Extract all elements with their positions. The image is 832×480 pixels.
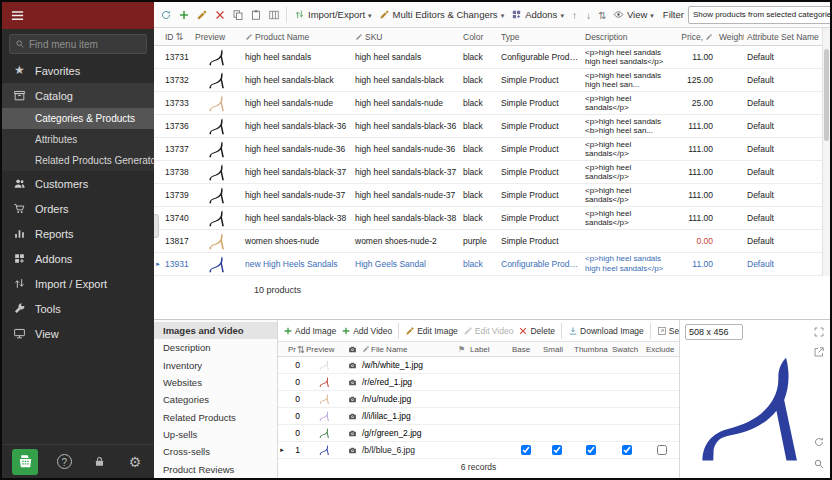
addons-dropdown[interactable]: Addons [508,5,567,25]
column-header-attribute-set[interactable]: Attribute Set Name [744,28,822,45]
tab-images-and-video[interactable]: Images and Video [154,322,277,339]
rotate-icon[interactable] [811,434,827,450]
column-header-thumbnail[interactable]: Thumbna [572,342,610,356]
sidebar-item-attributes[interactable]: Attributes [2,129,154,150]
column-header-flag[interactable] [456,342,468,356]
product-row[interactable]: 13731 high heel sandals high heel sandal… [154,46,822,69]
product-row[interactable]: 13736 high heel sandals-black-36 high he… [154,115,822,138]
tab-product-reviews[interactable]: Product Reviews [154,460,277,477]
refresh-button[interactable] [157,5,174,25]
delete-product-button[interactable] [211,5,228,25]
zoom-icon[interactable] [811,456,827,472]
column-header-preview[interactable]: Preview [304,342,344,356]
download-image-button[interactable]: Download Image [566,322,646,340]
small-checkbox[interactable] [552,445,562,455]
scrollbar-thumb[interactable] [824,49,829,141]
tab-related-products[interactable]: Related Products [154,408,277,425]
sidebar-item-customers[interactable]: Customers [2,171,154,196]
column-header-description[interactable]: Description [582,28,674,45]
column-header-position[interactable]: Pr [286,342,304,356]
set-resize-rule-button[interactable]: Set Resize Rule [655,322,679,340]
sidebar-item-catalog[interactable]: Catalog [2,83,154,108]
add-product-button[interactable] [175,5,192,25]
sidebar-item-orders[interactable]: Orders [2,196,154,221]
column-header-camera[interactable] [344,342,360,356]
sidebar-item-favorites[interactable]: ★ Favorites [2,58,154,83]
paste-button[interactable] [247,5,264,25]
column-header-label[interactable]: Label [468,342,510,356]
sidebar-item-tools[interactable]: Tools [2,296,154,321]
image-row[interactable]: 0 /g/r/green_2.jpg [278,425,679,442]
image-row[interactable]: 0 /r/e/red_1.jpg [278,374,679,391]
tab-cross-sells[interactable]: Cross-sells [154,443,277,460]
product-row[interactable]: 13740 high heel sandals-black-38 high he… [154,207,822,230]
help-icon[interactable] [55,453,73,471]
search-input[interactable] [29,39,141,50]
column-header-swatch[interactable]: Swatch [610,342,644,356]
tab-websites[interactable]: Websites [154,374,277,391]
sort-descending-icon[interactable] [582,5,595,25]
column-header-preview[interactable]: Preview [192,28,242,45]
lock-icon[interactable] [91,453,109,471]
tab-up-sells[interactable]: Up-sells [154,426,277,443]
sidebar-item-reports[interactable]: Reports [2,221,154,246]
multi-editors-dropdown[interactable]: Multi Editors & Changers [376,5,508,25]
column-header-base[interactable]: Base [510,342,541,356]
sidebar-item-categories-products[interactable]: Categories & Products [2,108,154,129]
category-filter-select[interactable]: Show products from selected categories [688,6,830,24]
thumbnail-checkbox[interactable] [586,445,596,455]
column-header-color[interactable]: Color [460,28,498,45]
columns-button[interactable] [265,5,282,25]
product-row[interactable]: 13732 high heel sandals-black high heel … [154,69,822,92]
fullscreen-icon[interactable] [811,324,827,340]
menu-icon[interactable] [10,8,25,23]
tab-description[interactable]: Description [154,339,277,356]
import-export-dropdown[interactable]: Import/Export [291,5,375,25]
splitter-handle[interactable] [154,214,159,238]
column-header-id[interactable]: ID [162,28,192,45]
swatch-checkbox[interactable] [622,445,632,455]
copy-button[interactable] [229,5,246,25]
view-dropdown[interactable]: View [610,5,657,25]
column-header-weight[interactable]: Weight [716,28,744,45]
column-header-exclude[interactable]: Exclude [644,342,679,356]
product-row[interactable]: 13737 high heel sandals-nude-36 high hee… [154,138,822,161]
sidebar-item-related-products-generator[interactable]: Related Products Generator [2,150,154,171]
base-cell [510,445,541,456]
camera-cell [344,446,360,455]
clear-sorting-icon[interactable] [596,5,609,25]
column-header-price[interactable]: Price, [674,28,716,45]
column-header-product-name[interactable]: Product Name [242,28,352,45]
product-row[interactable]: 13738 high heel sandals-black-37 high he… [154,161,822,184]
edit-image-button[interactable]: Edit Image [403,322,460,340]
tab-categories[interactable]: Categories [154,391,277,408]
column-header-small[interactable]: Small [541,342,572,356]
product-row[interactable]: 13739 high heel sandals-nude-37 high hee… [154,184,822,207]
gear-icon[interactable] [126,453,144,471]
pos-icon[interactable] [12,449,38,475]
grid-scrollbar[interactable] [822,28,830,276]
sidebar-item-import-export[interactable]: Import / Export [2,271,154,296]
resize-dimensions-input[interactable] [685,324,743,340]
column-header-sku[interactable]: SKU [352,28,460,45]
product-row[interactable]: 13733 high heel sandals-nude high heel s… [154,92,822,115]
exclude-checkbox[interactable] [657,445,667,455]
add-video-button[interactable]: Add Video [339,322,394,340]
add-image-button[interactable]: Add Image [281,322,338,340]
column-header-file-name[interactable]: File Name [360,342,456,356]
base-checkbox[interactable] [521,445,531,455]
column-header-type[interactable]: Type [498,28,582,45]
delete-image-button[interactable]: Delete [516,322,557,340]
sort-ascending-icon[interactable] [568,5,581,25]
product-row-selected[interactable]: 13931 new High Heels Sandals High Geels … [154,253,822,276]
sidebar-item-addons[interactable]: Addons [2,246,154,271]
image-row[interactable]: 0 /w/h/white_1.jpg [278,357,679,374]
edit-video-button[interactable]: Edit Video [461,322,516,340]
tab-inventory[interactable]: Inventory [154,357,277,374]
image-row-selected[interactable]: 1 /b/l/blue_6.jpg [278,442,679,459]
edit-product-button[interactable] [193,5,210,25]
sidebar-item-view[interactable]: View [2,321,154,346]
image-row[interactable]: 0 /l/i/lilac_1.jpg [278,408,679,425]
image-row[interactable]: 0 /n/u/nude.jpg [278,391,679,408]
product-row[interactable]: 13817 women shoes-nude women shoes-nude-… [154,230,822,253]
